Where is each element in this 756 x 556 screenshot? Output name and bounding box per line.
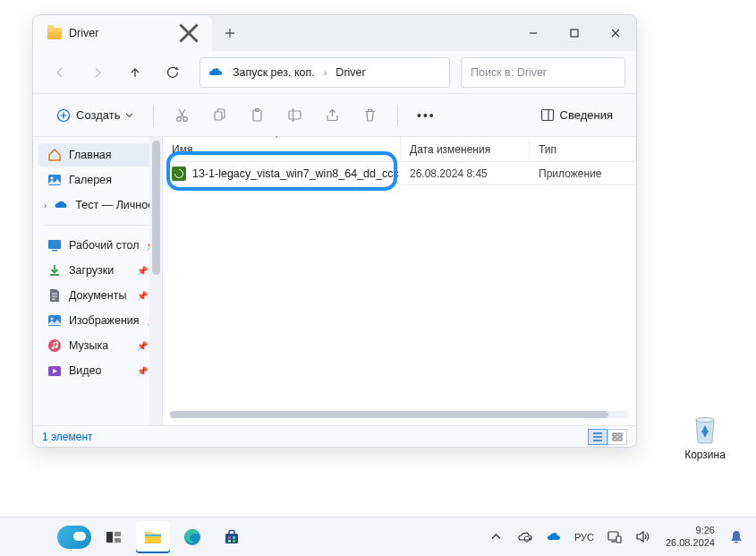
taskbar: РУС 9:26 26.08.2024 <box>0 517 756 556</box>
recycle-bin-icon <box>687 409 723 445</box>
pin-icon: 📌 <box>137 291 148 301</box>
view-details-button[interactable] <box>588 429 607 445</box>
language-indicator[interactable]: РУС <box>571 532 598 543</box>
task-view-button[interactable] <box>97 521 131 553</box>
volume-tray-icon[interactable] <box>632 525 655 550</box>
search-input[interactable]: Поиск в: Driver <box>461 57 625 88</box>
back-button[interactable] <box>44 56 76 89</box>
forward-button[interactable] <box>81 56 114 89</box>
svg-rect-32 <box>228 540 231 543</box>
sidebar-item-home[interactable]: Главная <box>38 143 157 167</box>
view-icons-button[interactable] <box>607 429 627 445</box>
file-list: ˄ Имя Дата изменения Тип 13-1-legacy_vis… <box>163 137 636 425</box>
tab-title: Driver <box>69 27 171 39</box>
sidebar-label: Тест — Личное <box>75 199 154 211</box>
home-icon <box>47 148 62 162</box>
column-header-date[interactable]: Дата изменения <box>401 137 530 161</box>
minimize-button[interactable] <box>513 15 554 51</box>
store-taskbar-button[interactable] <box>215 521 249 553</box>
sort-indicator-icon: ˄ <box>275 135 279 144</box>
up-button[interactable] <box>119 56 151 89</box>
explorer-taskbar-button[interactable] <box>136 521 170 553</box>
onedrive-sync-tray-icon[interactable] <box>542 525 565 550</box>
new-tab-button[interactable] <box>212 15 248 51</box>
sidebar-label: Документы <box>69 289 126 302</box>
copy-button[interactable] <box>202 99 236 132</box>
create-button[interactable]: Создать <box>47 103 142 128</box>
rename-button[interactable] <box>277 99 311 132</box>
sidebar-item-personal[interactable]: › Тест — Личное <box>38 193 157 217</box>
sidebar-item-documents[interactable]: Документы 📌 <box>38 284 157 307</box>
svg-point-16 <box>52 347 55 350</box>
file-date: 26.08.2024 8:45 <box>401 167 530 180</box>
close-tab-button[interactable] <box>178 22 200 44</box>
svg-rect-12 <box>52 250 57 252</box>
sidebar-item-desktop[interactable]: Рабочий стол 📌 <box>38 234 157 257</box>
maximize-button[interactable] <box>554 15 595 51</box>
pin-icon: 📌 <box>137 341 148 351</box>
documents-icon <box>47 288 62 303</box>
pin-icon: 📌 <box>137 266 148 276</box>
search-placeholder: Поиск в: Driver <box>471 66 547 79</box>
file-type: Приложение <box>530 167 636 180</box>
refresh-button[interactable] <box>157 56 189 89</box>
breadcrumb-root[interactable]: Запуск рез. коп. <box>227 63 320 82</box>
svg-rect-11 <box>48 240 61 249</box>
share-button[interactable] <box>315 99 349 132</box>
pin-icon: 📌 <box>137 366 148 376</box>
svg-rect-26 <box>115 538 121 543</box>
recycle-bin[interactable]: Корзина <box>674 409 736 461</box>
statusbar: 1 элемент <box>33 425 636 447</box>
toolbar-separator <box>397 105 398 126</box>
sidebar-label: Изображения <box>69 314 140 327</box>
network-tray-icon[interactable] <box>603 525 626 550</box>
system-tray: РУС 9:26 26.08.2024 <box>485 525 747 550</box>
details-label: Сведения <box>560 108 613 122</box>
tray-overflow-button[interactable] <box>485 525 508 550</box>
svg-point-15 <box>48 339 61 352</box>
toolbar-separator <box>153 105 154 126</box>
sidebar-item-downloads[interactable]: Загрузки 📌 <box>38 259 157 282</box>
svg-point-2 <box>177 117 182 122</box>
taskbar-clock[interactable]: 9:26 26.08.2024 <box>660 525 720 548</box>
sidebar-label: Загрузки <box>69 264 114 277</box>
horizontal-scrollbar[interactable] <box>170 411 629 423</box>
weather-widget[interactable] <box>57 521 91 553</box>
navbar: Запуск рез. коп. › Driver Поиск в: Drive… <box>33 51 636 94</box>
svg-rect-0 <box>571 30 578 37</box>
notifications-button[interactable] <box>726 525 747 550</box>
breadcrumb-current[interactable]: Driver <box>330 63 370 82</box>
svg-point-23 <box>696 418 714 423</box>
sidebar: Главная Галерея › Тест — Личное Рабочий … <box>33 137 163 425</box>
svg-point-10 <box>51 177 54 180</box>
sidebar-scrollbar[interactable] <box>149 137 162 425</box>
close-window-button[interactable] <box>595 15 636 51</box>
file-row[interactable]: 13-1-legacy_vista_win7_win8_64_dd_ccc 26… <box>163 162 636 185</box>
music-icon <box>47 338 62 353</box>
video-icon <box>47 364 62 378</box>
taskbar-apps <box>57 521 249 553</box>
tab-driver[interactable]: Driver <box>33 15 212 51</box>
edge-taskbar-button[interactable] <box>175 521 209 553</box>
sidebar-label: Галерея <box>69 174 112 186</box>
svg-rect-35 <box>616 536 621 543</box>
sidebar-item-pictures[interactable]: Изображения 📌 <box>38 309 157 332</box>
paste-button[interactable] <box>240 99 274 132</box>
svg-rect-4 <box>215 112 222 120</box>
sidebar-item-gallery[interactable]: Галерея <box>38 168 157 192</box>
chevron-right-icon: › <box>324 67 327 78</box>
sidebar-item-music[interactable]: Музыка 📌 <box>38 334 157 357</box>
sidebar-label: Видео <box>69 364 102 377</box>
onedrive-tray-icon[interactable] <box>514 525 537 550</box>
sidebar-item-videos[interactable]: Видео 📌 <box>38 359 157 382</box>
breadcrumb[interactable]: Запуск рез. коп. › Driver <box>200 57 450 88</box>
svg-point-3 <box>183 117 188 122</box>
details-button[interactable]: Сведения <box>531 103 622 127</box>
column-header-name[interactable]: Имя <box>163 137 401 161</box>
svg-rect-8 <box>541 110 553 121</box>
delete-button[interactable] <box>353 99 386 132</box>
more-button[interactable]: ••• <box>409 99 443 132</box>
pictures-icon <box>47 313 62 328</box>
column-header-type[interactable]: Тип <box>530 137 636 161</box>
cut-button[interactable] <box>165 99 199 132</box>
